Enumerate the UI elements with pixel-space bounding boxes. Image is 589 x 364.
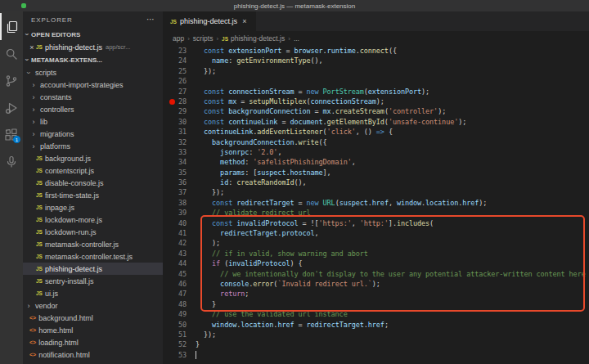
tree-item-migrations[interactable]: ›migrations [23, 128, 163, 140]
line-number[interactable]: 42 [163, 238, 196, 248]
line-number[interactable]: 50 [163, 320, 196, 330]
breadcrumb-item[interactable]: app [173, 34, 184, 43]
open-editors-section-header[interactable]: › OPEN EDITORS [23, 28, 163, 41]
tree-item-lib[interactable]: ›lib [23, 115, 163, 128]
microphone-icon[interactable] [0, 148, 23, 175]
tree-item-platforms[interactable]: ›platforms [23, 140, 163, 152]
more-actions-icon[interactable]: ⋯ [146, 16, 155, 24]
tree-item-loading-html[interactable]: <>loading.html [23, 336, 163, 348]
tree-item-constants[interactable]: ›constants [23, 91, 163, 103]
line-number[interactable]: 24 [163, 56, 196, 65]
code-line-50[interactable]: 50 window.location.href = redirectTarget… [163, 320, 589, 330]
tree-item-scripts[interactable]: ›scripts [23, 66, 163, 79]
explorer-icon[interactable] [0, 13, 23, 40]
tree-item-vendor[interactable]: ›vendor [23, 299, 163, 312]
tree-item-background-js[interactable]: JSbackground.js [23, 152, 163, 164]
tree-item-background-html[interactable]: <>background.html [23, 312, 163, 324]
code-line-25[interactable]: 25 }); [163, 66, 589, 76]
code-line-28[interactable]: 28 const mx = setupMultiplex(connectionS… [163, 97, 589, 106]
tree-item-account-import-strategies[interactable]: ›account-import-strategies [23, 79, 163, 91]
line-number[interactable]: 51 [163, 330, 196, 339]
close-icon[interactable]: × [28, 43, 36, 52]
tree-item-disable-console-js[interactable]: JSdisable-console.js [23, 177, 163, 189]
tree-item-lockdown-run-js[interactable]: JSlockdown-run.js [23, 226, 163, 238]
line-number[interactable]: 25 [163, 66, 196, 76]
code-line-32[interactable]: 32 backgroundConnection.write({ [163, 137, 589, 147]
code-line-47[interactable]: 47 return; [163, 289, 589, 299]
line-number[interactable]: 36 [163, 178, 196, 187]
line-number[interactable]: 28 [163, 97, 196, 106]
line-number[interactable]: 27 [163, 87, 196, 97]
code-line-30[interactable]: 30 const continueLink = document.getElem… [163, 117, 589, 127]
line-number[interactable]: 43 [163, 249, 196, 258]
line-number[interactable]: 38 [163, 198, 196, 208]
source-control-icon[interactable] [0, 67, 23, 94]
code-line-31[interactable]: 31 continueLink.addEventListener('click'… [163, 127, 589, 137]
line-number[interactable]: 37 [163, 187, 196, 197]
tree-item-sentry-install-js[interactable]: JSsentry-install.js [23, 275, 163, 287]
code-line-49[interactable]: 49 // use the validated url instance [163, 309, 589, 319]
line-number[interactable]: 52 [163, 339, 196, 349]
line-number[interactable]: 30 [163, 117, 196, 127]
line-number[interactable]: 23 [163, 46, 196, 56]
tree-item-first-time-state-js[interactable]: JSfirst-time-state.js [23, 189, 163, 201]
tree-item-controllers[interactable]: ›controllers [23, 103, 163, 115]
tree-item-notification-html[interactable]: <>notification.html [23, 348, 163, 361]
line-number[interactable]: 26 [163, 76, 196, 86]
tree-item-metamask-controller-js[interactable]: JSmetamask-controller.js [23, 238, 163, 250]
line-number[interactable]: 41 [163, 228, 196, 238]
code-line-44[interactable]: 44 if (invalidProtocol) { [163, 258, 589, 268]
code-line-27[interactable]: 27 const connectionStream = new PortStre… [163, 87, 589, 97]
line-number[interactable]: 47 [163, 289, 196, 299]
extensions-icon[interactable]: 1 [0, 121, 23, 148]
search-icon[interactable] [0, 40, 23, 67]
breadcrumb-item[interactable]: ... [294, 34, 299, 43]
line-number[interactable]: 32 [163, 137, 196, 147]
code-line-45[interactable]: 45 // we intentionally don't display to … [163, 269, 589, 279]
line-number[interactable]: 48 [163, 299, 196, 309]
open-editor-item[interactable]: × JS phishing-detect.js app/scr... [23, 41, 163, 53]
line-number[interactable]: 39 [163, 208, 196, 218]
workspace-section-header[interactable]: › METAMASK-EXTENS... [23, 53, 163, 66]
code-line-51[interactable]: 51 }); [163, 330, 589, 339]
line-number[interactable]: 35 [163, 168, 196, 178]
tree-item-contentscript-js[interactable]: JScontentscript.js [23, 164, 163, 177]
line-number[interactable]: 44 [163, 258, 196, 268]
code-line-40[interactable]: 40 const invalidProtocol = !['https:', '… [163, 218, 589, 228]
code-area[interactable]: 23 const extensionPort = browser.runtime… [163, 46, 589, 360]
code-line-24[interactable]: 24 name: getEnvironmentType(), [163, 56, 589, 65]
code-line-33[interactable]: 33 jsonrpc: '2.0', [163, 147, 589, 157]
line-number[interactable]: 29 [163, 106, 196, 116]
line-number[interactable]: 49 [163, 309, 196, 319]
line-number[interactable]: 53 [163, 350, 196, 360]
tab-close-icon[interactable]: × [241, 17, 249, 25]
breadcrumb-item[interactable]: JSphishing-detect.js [222, 34, 285, 43]
tree-item-metamask-controller-test-js[interactable]: JSmetamask-controller.test.js [23, 250, 163, 263]
code-line-39[interactable]: 39 // validate redirect url [163, 208, 589, 218]
tree-item-lockdown-more-js[interactable]: JSlockdown-more.js [23, 213, 163, 226]
tree-item-ui-js[interactable]: JSui.js [23, 287, 163, 299]
breakpoint-icon[interactable] [169, 99, 175, 105]
line-number[interactable]: 40 [163, 218, 196, 228]
code-line-48[interactable]: 48 } [163, 299, 589, 309]
line-number[interactable]: 45 [163, 269, 196, 279]
line-number[interactable]: 34 [163, 157, 196, 167]
code-line-36[interactable]: 36 id: createRandomId(), [163, 178, 589, 187]
tree-item-home-html[interactable]: <>home.html [23, 324, 163, 336]
tab-phishing-detect-js[interactable]: JS phishing-detect.js × [163, 11, 256, 31]
code-line-37[interactable]: 37 }); [163, 187, 589, 197]
code-line-43[interactable]: 43 // if in valid, show warning and abor… [163, 249, 589, 258]
code-line-34[interactable]: 34 method: 'safelistPhishingDomain', [163, 157, 589, 167]
tree-item-inpage-js[interactable]: JSinpage.js [23, 201, 163, 213]
breadcrumb-item[interactable]: scripts [193, 34, 214, 43]
line-number[interactable]: 46 [163, 279, 196, 289]
line-number[interactable]: 33 [163, 147, 196, 157]
code-line-23[interactable]: 23 const extensionPort = browser.runtime… [163, 46, 589, 56]
code-line-52[interactable]: 52} [163, 339, 589, 349]
code-line-53[interactable]: 53 [163, 350, 589, 360]
code-line-46[interactable]: 46 console.error(`Invalid redirect url.`… [163, 279, 589, 289]
line-number[interactable]: 31 [163, 127, 196, 137]
code-line-38[interactable]: 38 const redirectTarget = new URL(suspec… [163, 198, 589, 208]
run-debug-icon[interactable] [0, 94, 23, 121]
code-line-42[interactable]: 42 ); [163, 238, 589, 248]
